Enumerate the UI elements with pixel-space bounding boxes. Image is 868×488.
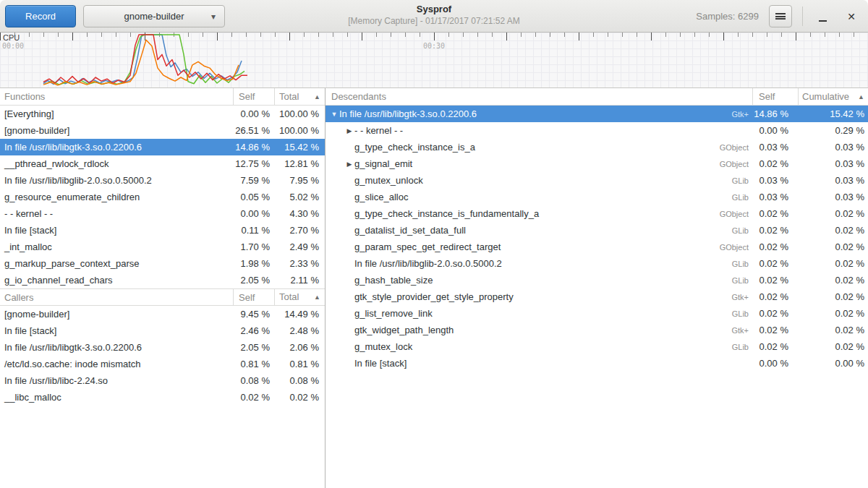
tree-row-name-cell: ▼In file /usr/lib/libgtk-3.so.0.2200.6Gt… — [326, 108, 752, 119]
function-name: [gnome-builder] — [0, 125, 233, 136]
table-row[interactable]: In file [stack]2.46 %2.48 % — [0, 322, 325, 339]
table-row[interactable]: In file /usr/lib/libglib-2.0.so.0.5000.2… — [0, 172, 325, 189]
self-percent: 26.51 % — [233, 125, 274, 136]
tree-row[interactable]: ▶g_signal_emitGObject0.02 %0.03 % — [326, 155, 868, 172]
sort-ascending-icon: ▲ — [314, 88, 320, 106]
table-row[interactable]: g_markup_parse_context_parse1.98 %2.33 % — [0, 255, 325, 272]
function-name: /etc/ld.so.cache: inode mismatch — [0, 359, 233, 369]
tree-row[interactable]: g_hash_table_sizeGLib0.02 %0.02 % — [326, 272, 868, 288]
function-name: In file [stack] — [354, 358, 407, 369]
cumulative-percent: 15.42 % — [798, 108, 868, 119]
table-row[interactable]: g_resource_enumerate_children0.05 %5.02 … — [0, 189, 325, 205]
self-percent: 0.00 % — [233, 108, 274, 119]
tree-row[interactable]: ▼In file /usr/lib/libgtk-3.so.0.2200.6Gt… — [326, 106, 868, 122]
cumulative-percent: 0.02 % — [798, 225, 868, 236]
collapse-arrow-icon[interactable]: ▼ — [329, 111, 339, 118]
callers-table-header: Callers Self Total ▲ — [0, 288, 325, 306]
close-icon: ✕ — [847, 11, 856, 22]
functions-column-header[interactable]: Functions — [0, 91, 233, 102]
function-name: In file [stack] — [0, 325, 233, 336]
close-button[interactable]: ✕ — [842, 7, 861, 26]
function-name: __pthread_rwlock_rdlock — [0, 158, 233, 169]
self-percent: 0.02 % — [752, 225, 798, 236]
function-name: In file /usr/lib/libgtk-3.so.0.2200.6 — [339, 108, 477, 119]
process-selector-label: gnome-builder — [124, 11, 184, 22]
callers-column-header[interactable]: Callers — [0, 292, 233, 303]
self-percent: 9.45 % — [233, 309, 274, 320]
table-row[interactable]: _int_malloc1.70 %2.49 % — [0, 239, 325, 255]
function-name: - - kernel - - — [0, 208, 233, 219]
self-column-header[interactable]: Self — [233, 289, 274, 305]
function-name: g_mutex_lock — [354, 341, 412, 352]
self-percent: 1.70 % — [233, 241, 274, 252]
table-row[interactable]: __pthread_rwlock_rdlock12.75 %12.81 % — [0, 155, 325, 172]
self-percent: 0.03 % — [752, 142, 798, 153]
self-percent: 0.81 % — [233, 359, 274, 369]
table-row[interactable]: In file [stack]0.11 %2.70 % — [0, 222, 325, 239]
expand-arrow-icon[interactable]: ▶ — [344, 127, 354, 134]
tree-row[interactable]: gtk_widget_path_lengthGtk+0.02 %0.02 % — [326, 322, 868, 338]
cumulative-column-header[interactable]: Cumulative ▲ — [798, 88, 868, 105]
menu-button[interactable] — [769, 5, 792, 27]
tree-row[interactable]: gtk_style_provider_get_style_propertyGtk… — [326, 288, 868, 305]
function-name: In file /usr/lib/libglib-2.0.so.0.5000.2 — [0, 175, 233, 186]
tree-row[interactable]: In file [stack]0.00 %0.00 % — [326, 355, 868, 372]
self-percent: 0.02 % — [752, 258, 798, 269]
function-name: g_datalist_id_set_data_full — [354, 225, 466, 236]
tree-row[interactable]: In file /usr/lib/libglib-2.0.so.0.5000.2… — [326, 255, 868, 272]
table-row[interactable]: /etc/ld.so.cache: inode mismatch0.81 %0.… — [0, 356, 325, 372]
table-row[interactable]: __libc_malloc0.02 %0.02 % — [0, 389, 325, 406]
self-percent: 7.59 % — [233, 175, 274, 186]
tree-row[interactable]: g_param_spec_get_redirect_targetGObject0… — [326, 239, 868, 255]
self-percent: 12.75 % — [233, 158, 274, 169]
tree-row-name-cell: gtk_widget_path_lengthGtk+ — [326, 325, 752, 335]
function-name: _int_malloc — [0, 241, 233, 252]
self-percent: 0.03 % — [752, 175, 798, 186]
table-row[interactable]: [gnome-builder]9.45 %14.49 % — [0, 306, 325, 322]
sort-ascending-icon: ▲ — [314, 288, 320, 306]
tree-row[interactable]: g_list_remove_linkGLib0.02 %0.02 % — [326, 305, 868, 322]
table-row[interactable]: [gnome-builder]26.51 %100.00 % — [0, 122, 325, 139]
library-badge: GLib — [732, 176, 752, 185]
function-name: In file /usr/lib/libglib-2.0.so.0.5000.2 — [354, 258, 502, 269]
minimize-button[interactable] — [813, 7, 832, 26]
self-column-header[interactable]: Self — [752, 88, 798, 105]
tree-row[interactable]: g_mutex_unlockGLib0.03 %0.03 % — [326, 172, 868, 189]
library-badge: Gtk+ — [731, 293, 752, 301]
function-name: g_markup_parse_context_parse — [0, 258, 233, 269]
table-row[interactable]: g_io_channel_read_chars2.05 %2.11 % — [0, 272, 325, 288]
tree-row[interactable]: g_type_check_instance_is_aGObject0.03 %0… — [326, 139, 868, 155]
minimize-icon — [819, 20, 827, 22]
total-column-header[interactable]: Total ▲ — [274, 88, 325, 105]
table-row[interactable]: In file /usr/lib/libc-2.24.so0.08 %0.08 … — [0, 372, 325, 389]
function-name: - - kernel - - — [354, 125, 403, 136]
table-row[interactable]: - - kernel - -0.00 %4.30 % — [0, 205, 325, 222]
tree-row[interactable]: ▶- - kernel - -0.00 %0.29 % — [326, 122, 868, 139]
tree-row-name-cell: g_datalist_id_set_data_fullGLib — [326, 225, 752, 236]
sort-ascending-icon: ▲ — [858, 93, 864, 100]
table-row[interactable]: [Everything]0.00 %100.00 % — [0, 106, 325, 122]
expand-arrow-icon[interactable]: ▶ — [344, 160, 354, 168]
self-column-header[interactable]: Self — [233, 88, 274, 105]
cumulative-percent: 0.02 % — [798, 275, 868, 286]
cumulative-percent: 0.02 % — [798, 258, 868, 269]
total-column-header[interactable]: Total ▲ — [274, 289, 325, 305]
self-percent: 0.00 % — [752, 358, 798, 369]
self-percent: 0.02 % — [752, 308, 798, 319]
cpu-timeline-graph[interactable]: CPU 00:00 00:30 — [0, 33, 868, 88]
descendants-column-header[interactable]: Descendants — [326, 91, 752, 102]
time-tick-mid: 00:30 — [423, 42, 445, 50]
table-row[interactable]: In file /usr/lib/libgtk-3.so.0.2200.62.0… — [0, 339, 325, 356]
total-percent: 15.42 % — [274, 142, 325, 153]
process-selector-dropdown[interactable]: gnome-builder ▾ — [83, 5, 225, 27]
tree-row[interactable]: g_datalist_id_set_data_fullGLib0.02 %0.0… — [326, 222, 868, 239]
cumulative-percent: 0.03 % — [798, 142, 868, 153]
self-percent: 0.02 % — [752, 241, 798, 252]
self-percent: 2.05 % — [233, 275, 274, 286]
tree-row[interactable]: g_type_check_instance_is_fundamentally_a… — [326, 205, 868, 222]
tree-row[interactable]: g_mutex_lockGLib0.02 %0.02 % — [326, 338, 868, 355]
cumulative-percent: 0.02 % — [798, 341, 868, 352]
record-button[interactable]: Record — [5, 5, 76, 27]
tree-row[interactable]: g_slice_allocGLib0.03 %0.03 % — [326, 189, 868, 205]
table-row[interactable]: In file /usr/lib/libgtk-3.so.0.2200.614.… — [0, 139, 325, 155]
